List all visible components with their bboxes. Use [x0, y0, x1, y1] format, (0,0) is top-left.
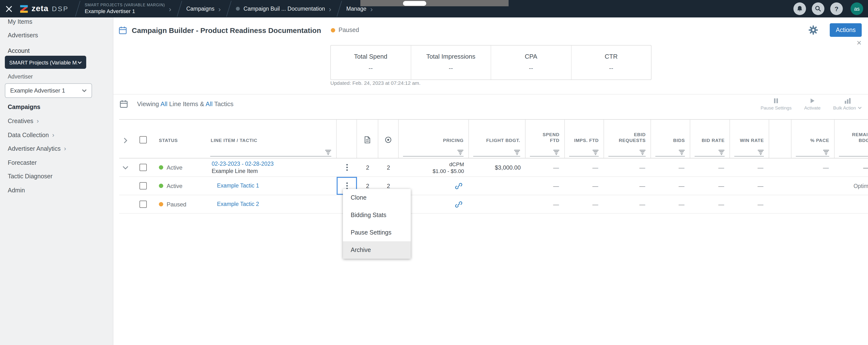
filter-input[interactable] [210, 148, 331, 157]
overlay-button[interactable] [403, 1, 426, 6]
filter-input[interactable] [473, 148, 520, 157]
breadcrumb-advertiser-label: Example Advertiser 1 [85, 8, 165, 15]
spend-ftd-cell: — [526, 177, 565, 195]
menu-item-bidding-stats[interactable]: Bidding Stats [343, 207, 411, 224]
sidebar-item-tactic-diagnoser[interactable]: Tactic Diagnoser [8, 173, 53, 180]
menu-item-clone[interactable]: Clone [343, 189, 411, 207]
activate-button[interactable]: Activate [804, 98, 820, 111]
pause-settings-button[interactable]: Pause Settings [761, 98, 792, 111]
sidebar-item-my-items[interactable]: My Items [8, 19, 32, 25]
sidebar-item-creatives[interactable]: Creatives› [8, 117, 39, 125]
user-avatar[interactable]: as [850, 2, 863, 15]
breadcrumb-project-label: SMART PROJECTS (VARIABLE MARGIN) [85, 3, 165, 8]
filter-input[interactable] [694, 148, 724, 157]
filter-win-rate [730, 147, 769, 158]
row-checkbox[interactable] [139, 200, 147, 208]
sidebar-item-advertisers[interactable]: Advertisers [8, 32, 38, 39]
filter-icon[interactable] [640, 150, 646, 155]
menu-close-icon[interactable] [5, 5, 12, 12]
breadcrumb-manage[interactable]: Manage [346, 6, 366, 12]
filter-icon[interactable] [679, 150, 685, 155]
filter-input[interactable] [530, 148, 559, 157]
gear-icon[interactable] [808, 25, 818, 35]
header-imps-ftd[interactable]: IMPS. FTD [565, 120, 604, 147]
bids-cell: — [651, 158, 690, 177]
header-line-item[interactable]: LINE ITEM / TACTIC [206, 120, 337, 147]
filter-flight-budget [469, 147, 526, 158]
header-status[interactable]: STATUS [154, 120, 206, 147]
advertiser-select[interactable]: Example Advertiser 1 [5, 83, 92, 98]
filter-input[interactable] [403, 148, 464, 157]
bulk-action-button[interactable]: Bulk Action [833, 98, 862, 111]
filter-input[interactable] [734, 148, 764, 157]
stat-value: -- [529, 64, 533, 72]
sidebar-item-data-collection[interactable]: Data Collection› [8, 131, 54, 138]
filter-pace [792, 147, 835, 158]
filter-icon[interactable] [514, 150, 520, 155]
filter-bid-rate [690, 147, 730, 158]
bell-icon [796, 5, 803, 12]
all-tactics-link[interactable]: All [206, 100, 213, 107]
row-expand-cell[interactable] [119, 158, 132, 177]
header-spend-ftd[interactable]: SPENDFTD [526, 120, 565, 147]
row-checkbox[interactable] [139, 182, 147, 189]
filter-pricing [399, 147, 469, 158]
play-icon [809, 98, 815, 104]
link-icon [455, 200, 463, 208]
close-stats-icon[interactable]: ✕ [857, 40, 862, 46]
filter-icon[interactable] [592, 150, 599, 155]
actions-button[interactable]: Actions [830, 23, 862, 37]
filter-icon[interactable] [757, 150, 764, 155]
filter-icon[interactable] [457, 150, 464, 155]
bulk-toolbar-buttons: Pause Settings Activate Bulk Action [761, 94, 862, 114]
header-flight-budget[interactable]: FLIGHT BDGT. [469, 120, 526, 147]
flight-budget-cell: $3,000.00 [469, 158, 526, 177]
paused-status-dot [331, 28, 335, 32]
stat-label: Total Impressions [426, 53, 475, 60]
search-button[interactable] [812, 2, 825, 15]
breadcrumb-separator [337, 1, 342, 17]
filter-icon[interactable] [823, 150, 829, 155]
breadcrumb-advertiser[interactable]: SMART PROJECTS (VARIABLE MARGIN) Example… [85, 3, 165, 14]
menu-item-archive[interactable]: Archive [343, 241, 411, 259]
menu-item-pause-settings[interactable]: Pause Settings [343, 224, 411, 241]
line-item-dates-link[interactable]: 02-23-2023 - 02-28-2023 [212, 160, 274, 167]
line-items-table: STATUS LINE ITEM / TACTIC PRICING FLIGHT… [119, 119, 868, 214]
tactic-name-link[interactable]: Example Tactic 2 [217, 200, 259, 208]
pricing-range: $1.00 - $5.00 [433, 167, 464, 174]
filter-icon[interactable] [325, 150, 331, 155]
filter-input[interactable] [569, 148, 599, 157]
header-pace[interactable]: % PACE [792, 120, 835, 147]
sidebar-item-label: Data Collection [8, 131, 49, 138]
sidebar-item-forecaster[interactable]: Forecaster [8, 159, 37, 166]
notifications-button[interactable] [794, 2, 806, 15]
header-bids[interactable]: BIDS [651, 120, 690, 147]
header-remaining-budget[interactable]: REMAININGBDGT. [835, 120, 868, 147]
account-select[interactable]: SMART Projects (Variable M... [5, 56, 86, 69]
filter-input[interactable] [839, 148, 868, 157]
date-range-calendar-icon[interactable] [120, 100, 128, 108]
header-bid-rate[interactable]: BID RATE [690, 120, 730, 147]
row-expand-cell [119, 195, 132, 213]
help-button[interactable]: ? [830, 2, 843, 15]
table-row: Active 02-23-2023 - 02-28-2023Example Li… [119, 158, 868, 177]
all-line-items-link[interactable]: All [160, 100, 167, 107]
header-ebid-requests[interactable]: EBIDREQUESTS [604, 120, 651, 147]
header-pricing[interactable]: PRICING [399, 120, 469, 147]
breadcrumb-campaign[interactable]: Campaign Buil ... Documentation [244, 6, 325, 12]
filter-input[interactable] [796, 148, 829, 157]
select-all-checkbox[interactable] [139, 136, 147, 144]
filter-input[interactable] [655, 148, 685, 157]
sidebar-item-admin[interactable]: Admin [8, 187, 25, 194]
row-menu-button[interactable] [337, 158, 357, 177]
row-checkbox[interactable] [139, 164, 147, 171]
breadcrumb-campaigns[interactable]: Campaigns [186, 6, 214, 12]
filter-icon[interactable] [553, 150, 559, 155]
sidebar-item-campaigns[interactable]: Campaigns [8, 104, 40, 111]
tactic-name-link[interactable]: Example Tactic 1 [217, 182, 259, 189]
header-win-rate[interactable]: WIN RATE [730, 120, 769, 147]
sidebar-item-advertiser-analytics[interactable]: Advertiser Analytics› [8, 145, 66, 152]
expand-all-cell[interactable] [119, 120, 132, 147]
filter-icon[interactable] [718, 150, 724, 155]
filter-input[interactable] [609, 148, 646, 157]
